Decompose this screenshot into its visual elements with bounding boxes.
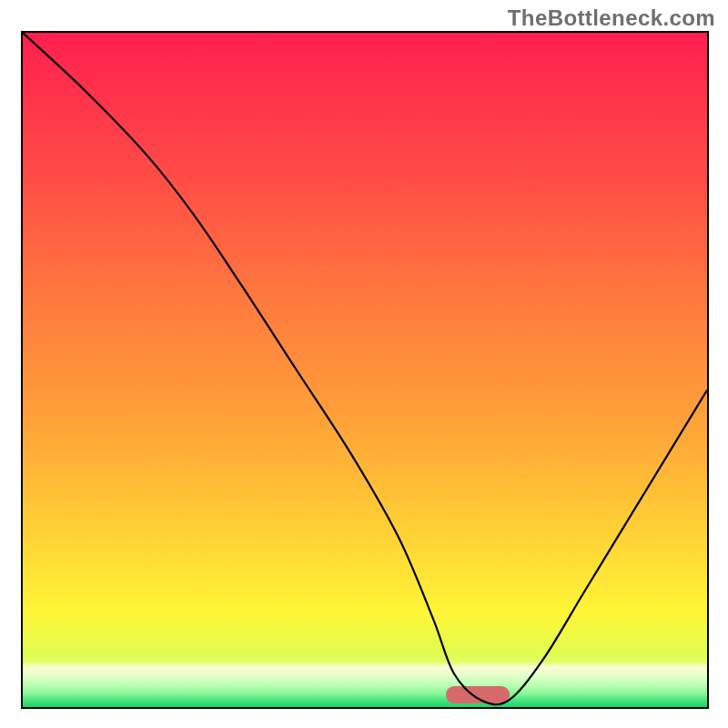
chart-stage: TheBottleneck.com <box>0 0 728 728</box>
watermark-text: TheBottleneck.com <box>508 5 715 31</box>
plot-frame <box>21 31 709 709</box>
bottleneck-curve <box>23 33 707 707</box>
